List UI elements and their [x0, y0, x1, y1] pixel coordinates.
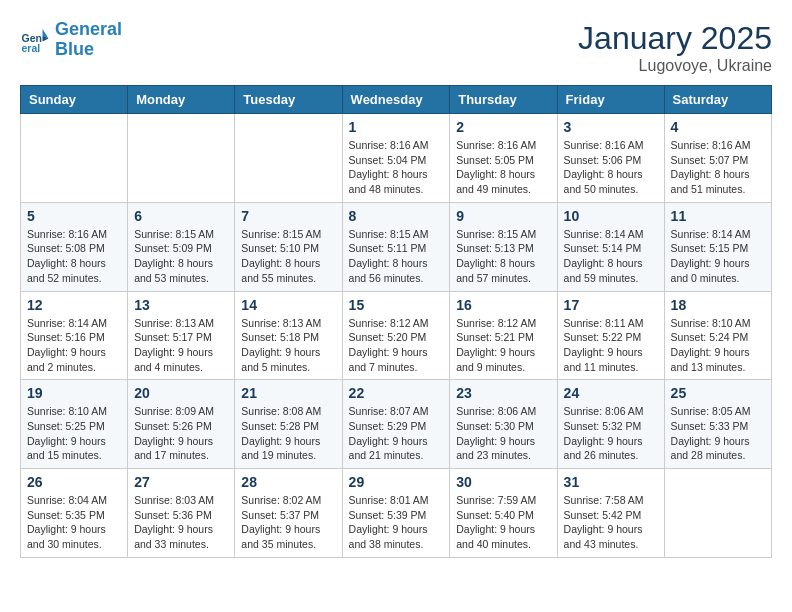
day-number: 21	[241, 385, 335, 401]
calendar-cell: 31Sunrise: 7:58 AM Sunset: 5:42 PM Dayli…	[557, 469, 664, 558]
day-info: Sunrise: 8:14 AM Sunset: 5:15 PM Dayligh…	[671, 227, 765, 286]
day-number: 31	[564, 474, 658, 490]
day-info: Sunrise: 8:16 AM Sunset: 5:04 PM Dayligh…	[349, 138, 444, 197]
day-number: 27	[134, 474, 228, 490]
calendar-cell: 30Sunrise: 7:59 AM Sunset: 5:40 PM Dayli…	[450, 469, 557, 558]
day-number: 18	[671, 297, 765, 313]
location: Lugovoye, Ukraine	[578, 57, 772, 75]
day-number: 23	[456, 385, 550, 401]
day-info: Sunrise: 8:05 AM Sunset: 5:33 PM Dayligh…	[671, 404, 765, 463]
calendar-cell: 19Sunrise: 8:10 AM Sunset: 5:25 PM Dayli…	[21, 380, 128, 469]
day-number: 20	[134, 385, 228, 401]
day-info: Sunrise: 8:08 AM Sunset: 5:28 PM Dayligh…	[241, 404, 335, 463]
day-info: Sunrise: 8:03 AM Sunset: 5:36 PM Dayligh…	[134, 493, 228, 552]
logo-line2: Blue	[55, 39, 94, 59]
page-header: Gen eral General Blue January 2025 Lugov…	[20, 20, 772, 75]
day-info: Sunrise: 8:14 AM Sunset: 5:16 PM Dayligh…	[27, 316, 121, 375]
calendar-cell: 18Sunrise: 8:10 AM Sunset: 5:24 PM Dayli…	[664, 291, 771, 380]
day-info: Sunrise: 8:06 AM Sunset: 5:32 PM Dayligh…	[564, 404, 658, 463]
day-number: 29	[349, 474, 444, 490]
logo-icon: Gen eral	[20, 25, 50, 55]
calendar-cell: 13Sunrise: 8:13 AM Sunset: 5:17 PM Dayli…	[128, 291, 235, 380]
calendar-week-row: 1Sunrise: 8:16 AM Sunset: 5:04 PM Daylig…	[21, 114, 772, 203]
calendar-cell: 9Sunrise: 8:15 AM Sunset: 5:13 PM Daylig…	[450, 202, 557, 291]
day-number: 28	[241, 474, 335, 490]
day-info: Sunrise: 8:12 AM Sunset: 5:21 PM Dayligh…	[456, 316, 550, 375]
weekday-header: Thursday	[450, 86, 557, 114]
calendar-week-row: 26Sunrise: 8:04 AM Sunset: 5:35 PM Dayli…	[21, 469, 772, 558]
calendar-cell: 12Sunrise: 8:14 AM Sunset: 5:16 PM Dayli…	[21, 291, 128, 380]
day-number: 1	[349, 119, 444, 135]
calendar-cell: 7Sunrise: 8:15 AM Sunset: 5:10 PM Daylig…	[235, 202, 342, 291]
day-number: 2	[456, 119, 550, 135]
day-info: Sunrise: 8:11 AM Sunset: 5:22 PM Dayligh…	[564, 316, 658, 375]
calendar-cell: 29Sunrise: 8:01 AM Sunset: 5:39 PM Dayli…	[342, 469, 450, 558]
day-number: 6	[134, 208, 228, 224]
calendar-cell: 20Sunrise: 8:09 AM Sunset: 5:26 PM Dayli…	[128, 380, 235, 469]
logo-text: General Blue	[55, 20, 122, 60]
day-number: 17	[564, 297, 658, 313]
calendar-cell: 11Sunrise: 8:14 AM Sunset: 5:15 PM Dayli…	[664, 202, 771, 291]
calendar-cell: 15Sunrise: 8:12 AM Sunset: 5:20 PM Dayli…	[342, 291, 450, 380]
calendar-cell: 27Sunrise: 8:03 AM Sunset: 5:36 PM Dayli…	[128, 469, 235, 558]
weekday-header: Friday	[557, 86, 664, 114]
day-info: Sunrise: 8:02 AM Sunset: 5:37 PM Dayligh…	[241, 493, 335, 552]
day-info: Sunrise: 8:13 AM Sunset: 5:17 PM Dayligh…	[134, 316, 228, 375]
day-number: 5	[27, 208, 121, 224]
calendar-cell: 17Sunrise: 8:11 AM Sunset: 5:22 PM Dayli…	[557, 291, 664, 380]
logo: Gen eral General Blue	[20, 20, 122, 60]
day-info: Sunrise: 8:10 AM Sunset: 5:24 PM Dayligh…	[671, 316, 765, 375]
calendar-cell: 5Sunrise: 8:16 AM Sunset: 5:08 PM Daylig…	[21, 202, 128, 291]
calendar: SundayMondayTuesdayWednesdayThursdayFrid…	[20, 85, 772, 558]
day-number: 3	[564, 119, 658, 135]
calendar-cell	[128, 114, 235, 203]
calendar-cell: 6Sunrise: 8:15 AM Sunset: 5:09 PM Daylig…	[128, 202, 235, 291]
calendar-cell: 16Sunrise: 8:12 AM Sunset: 5:21 PM Dayli…	[450, 291, 557, 380]
day-number: 8	[349, 208, 444, 224]
calendar-cell: 10Sunrise: 8:14 AM Sunset: 5:14 PM Dayli…	[557, 202, 664, 291]
day-number: 14	[241, 297, 335, 313]
weekday-header: Sunday	[21, 86, 128, 114]
day-number: 26	[27, 474, 121, 490]
calendar-cell	[664, 469, 771, 558]
calendar-cell	[235, 114, 342, 203]
day-info: Sunrise: 8:15 AM Sunset: 5:10 PM Dayligh…	[241, 227, 335, 286]
weekday-header: Tuesday	[235, 86, 342, 114]
day-info: Sunrise: 7:58 AM Sunset: 5:42 PM Dayligh…	[564, 493, 658, 552]
day-info: Sunrise: 8:09 AM Sunset: 5:26 PM Dayligh…	[134, 404, 228, 463]
day-number: 22	[349, 385, 444, 401]
day-info: Sunrise: 8:01 AM Sunset: 5:39 PM Dayligh…	[349, 493, 444, 552]
calendar-cell: 22Sunrise: 8:07 AM Sunset: 5:29 PM Dayli…	[342, 380, 450, 469]
calendar-week-row: 12Sunrise: 8:14 AM Sunset: 5:16 PM Dayli…	[21, 291, 772, 380]
day-info: Sunrise: 8:13 AM Sunset: 5:18 PM Dayligh…	[241, 316, 335, 375]
weekday-header: Saturday	[664, 86, 771, 114]
month-title: January 2025	[578, 20, 772, 57]
calendar-cell	[21, 114, 128, 203]
day-number: 7	[241, 208, 335, 224]
day-number: 15	[349, 297, 444, 313]
calendar-cell: 24Sunrise: 8:06 AM Sunset: 5:32 PM Dayli…	[557, 380, 664, 469]
day-info: Sunrise: 8:12 AM Sunset: 5:20 PM Dayligh…	[349, 316, 444, 375]
day-info: Sunrise: 8:06 AM Sunset: 5:30 PM Dayligh…	[456, 404, 550, 463]
weekday-header: Monday	[128, 86, 235, 114]
calendar-cell: 25Sunrise: 8:05 AM Sunset: 5:33 PM Dayli…	[664, 380, 771, 469]
day-number: 4	[671, 119, 765, 135]
weekday-header-row: SundayMondayTuesdayWednesdayThursdayFrid…	[21, 86, 772, 114]
day-info: Sunrise: 8:04 AM Sunset: 5:35 PM Dayligh…	[27, 493, 121, 552]
svg-text:eral: eral	[22, 42, 41, 54]
calendar-cell: 4Sunrise: 8:16 AM Sunset: 5:07 PM Daylig…	[664, 114, 771, 203]
calendar-cell: 1Sunrise: 8:16 AM Sunset: 5:04 PM Daylig…	[342, 114, 450, 203]
day-info: Sunrise: 7:59 AM Sunset: 5:40 PM Dayligh…	[456, 493, 550, 552]
calendar-cell: 28Sunrise: 8:02 AM Sunset: 5:37 PM Dayli…	[235, 469, 342, 558]
day-number: 30	[456, 474, 550, 490]
calendar-week-row: 5Sunrise: 8:16 AM Sunset: 5:08 PM Daylig…	[21, 202, 772, 291]
day-number: 10	[564, 208, 658, 224]
day-info: Sunrise: 8:16 AM Sunset: 5:06 PM Dayligh…	[564, 138, 658, 197]
day-info: Sunrise: 8:16 AM Sunset: 5:05 PM Dayligh…	[456, 138, 550, 197]
calendar-cell: 3Sunrise: 8:16 AM Sunset: 5:06 PM Daylig…	[557, 114, 664, 203]
calendar-cell: 14Sunrise: 8:13 AM Sunset: 5:18 PM Dayli…	[235, 291, 342, 380]
title-block: January 2025 Lugovoye, Ukraine	[578, 20, 772, 75]
day-number: 24	[564, 385, 658, 401]
calendar-cell: 26Sunrise: 8:04 AM Sunset: 5:35 PM Dayli…	[21, 469, 128, 558]
calendar-cell: 8Sunrise: 8:15 AM Sunset: 5:11 PM Daylig…	[342, 202, 450, 291]
